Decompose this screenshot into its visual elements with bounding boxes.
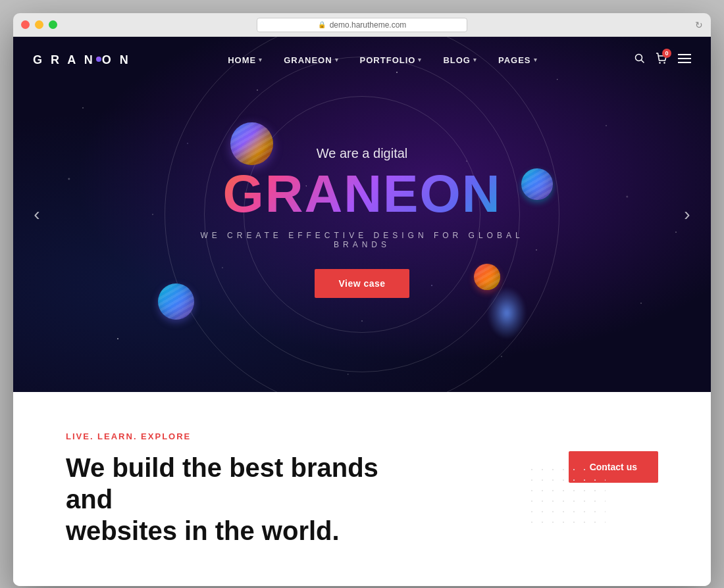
titlebar: 🔒 demo.harutheme.com ↻ (13, 13, 711, 37)
chevron-down-icon: ▾ (534, 57, 538, 63)
carousel-prev-button[interactable]: ‹ (24, 201, 50, 228)
hero-title: GRANEON (188, 168, 536, 220)
svg-point-3 (663, 62, 665, 63)
minimize-button[interactable] (35, 20, 43, 29)
navbar: G R A NO N HOME ▾ GRANEON ▾ PORTFOLIO ▾ (13, 37, 711, 83)
nav-graneon[interactable]: GRANEON ▾ (284, 55, 338, 65)
search-button[interactable] (634, 53, 645, 66)
logo[interactable]: G R A NO N (33, 53, 131, 67)
section-tag: LIVE. LEARN. EXPLORE (66, 431, 569, 441)
view-case-button[interactable]: View case (315, 269, 409, 298)
dot-grid-decoration (527, 464, 606, 524)
hamburger-icon (678, 54, 691, 63)
mac-window: 🔒 demo.harutheme.com ↻ G R A N (13, 13, 711, 586)
svg-line-1 (641, 61, 644, 63)
chevron-down-icon: ▾ (473, 57, 477, 63)
logo-dot (96, 57, 101, 62)
nav-blog[interactable]: BLOG ▾ (443, 55, 477, 65)
nav-home[interactable]: HOME ▾ (228, 55, 263, 65)
nav-icons: 0 (634, 53, 691, 67)
below-content: LIVE. LEARN. EXPLORE We build the best b… (66, 431, 569, 547)
nav-pages[interactable]: PAGES ▾ (498, 55, 538, 65)
hero-subtitle: We are a digital (188, 146, 536, 161)
menu-button[interactable] (678, 54, 691, 66)
hero-tagline: WE CREATE EFFECTIVE DESIGN FOR GLOBAL BR… (188, 231, 536, 249)
cart-badge: 0 (662, 49, 671, 58)
website-content: G R A NO N HOME ▾ GRANEON ▾ PORTFOLIO ▾ (13, 37, 711, 586)
below-fold-section: LIVE. LEARN. EXPLORE We build the best b… (13, 392, 711, 586)
carousel-next-button[interactable]: › (674, 201, 700, 228)
reload-icon[interactable]: ↻ (695, 20, 703, 30)
section-heading: We build the best brands and websites in… (66, 452, 395, 547)
lock-icon: 🔒 (318, 21, 326, 28)
nav-portfolio[interactable]: PORTFOLIO ▾ (360, 55, 423, 65)
url-text: demo.harutheme.com (330, 20, 407, 30)
below-right: Contact us (569, 431, 658, 483)
fullscreen-button[interactable] (49, 20, 57, 29)
chevron-down-icon: ▾ (259, 57, 263, 63)
chevron-down-icon: ▾ (335, 57, 339, 63)
close-button[interactable] (21, 20, 30, 29)
hero-content: We are a digital GRANEON WE CREATE EFFEC… (188, 146, 536, 298)
svg-point-2 (659, 62, 660, 63)
url-bar[interactable]: 🔒 demo.harutheme.com (257, 18, 467, 32)
search-icon (634, 53, 645, 64)
chevron-down-icon: ▾ (418, 57, 422, 63)
nav-menu: HOME ▾ GRANEON ▾ PORTFOLIO ▾ BLOG ▾ (228, 55, 537, 65)
hero-section: G R A NO N HOME ▾ GRANEON ▾ PORTFOLIO ▾ (13, 37, 711, 392)
cart-button[interactable]: 0 (656, 53, 667, 67)
